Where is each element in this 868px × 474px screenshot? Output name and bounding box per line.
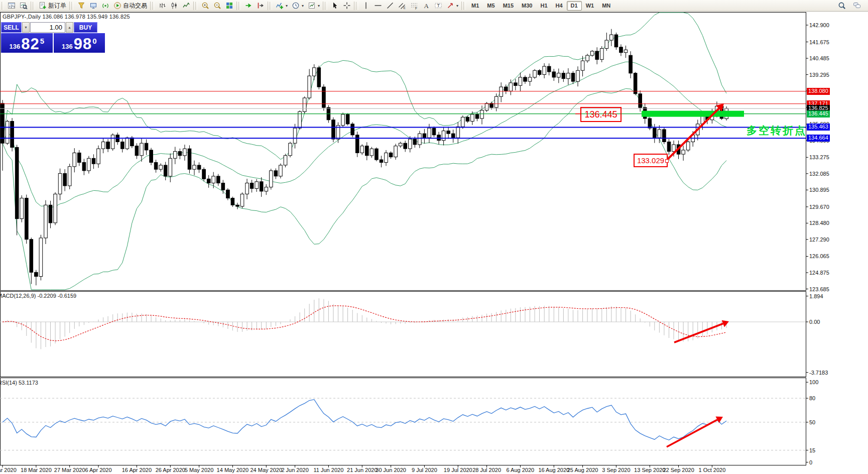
text-tool-icon: A [422,2,430,10]
turning-point-note[interactable]: 多空转折点 [747,124,807,138]
chart-shift-icon [257,2,265,10]
client-terminal-icon [89,2,97,10]
timeframe-h4-button[interactable]: H4 [552,1,567,11]
line-chart-button[interactable] [180,1,192,11]
toolbar-drag-handle [238,2,241,10]
price-line-label-135.463[interactable]: 135.463 [807,124,830,131]
crosshair-button[interactable] [341,1,353,11]
toolbar-drag-handle [195,2,198,10]
buy-price-display[interactable]: 136 98 0 [54,33,105,53]
toolbar-drag-handle [356,2,358,10]
autotrade-icon [113,2,121,10]
zoom-out-button[interactable] [211,1,223,11]
swing-low-text: 133.029 [637,156,664,165]
market-signal-button[interactable] [99,1,111,11]
svg-text:E: E [404,6,406,10]
one-click-trade-panel: SELL ▼ ▲ BUY 136 82 5 136 98 0 [1,22,105,53]
price-line-label-136.445[interactable]: 136.445 [807,110,830,117]
auto-scroll-icon [244,2,253,10]
volume-input[interactable] [30,22,65,33]
timeframe-m30-button[interactable]: M30 [518,1,536,11]
label-tool-button[interactable]: T [432,1,444,11]
templates-button[interactable]: ▾ [306,1,322,11]
search-icon [838,2,846,10]
autotrade-button[interactable]: 自动交易 [111,1,149,11]
volume-spinner-up[interactable]: ▲ [66,22,73,33]
trend-line-button[interactable] [384,1,396,11]
selection-handle[interactable] [665,159,669,163]
vertical-line-button[interactable] [360,1,372,11]
funnel-button[interactable] [75,1,87,11]
timeframe-m15-button[interactable]: M15 [499,1,518,11]
sell-price-display[interactable]: 136 82 5 [1,33,53,53]
bar-chart-button[interactable] [156,1,168,11]
zoom-in-button[interactable] [199,1,211,11]
candle-chart-button[interactable] [168,1,180,11]
tile-windows-button[interactable] [223,1,235,11]
new-order-icon [39,2,47,10]
channel-button[interactable]: E [396,1,408,11]
timeframe-m1-button[interactable]: M1 [467,1,483,11]
buy-price-big: 98 [74,37,92,51]
chart-preview-button[interactable] [18,1,30,11]
chart-shift-button[interactable] [255,1,267,11]
price-line-label-138.080[interactable]: 138.080 [807,88,830,95]
svg-text:A: A [424,2,429,10]
cursor-button[interactable] [329,1,341,11]
chart-window-icon [8,2,16,10]
indicators-button[interactable]: ▾ [274,1,290,11]
indicators-icon [276,2,284,10]
fibonacci-icon: F [410,2,418,10]
mt4-terminal-window: 新订单自动交易▾▾▾EFAT▾M1M5M15M30H1H4D1W1MN GBPJ… [0,0,868,474]
sell-button[interactable]: SELL [1,22,22,33]
toolbar-drag-handle [270,2,272,10]
swing-low-price-label[interactable]: 133.029 [634,154,668,167]
volume-spinner-down[interactable]: ▼ [22,22,30,33]
arrows-tool-button[interactable]: ▾ [444,1,460,11]
macd-indicator-label: MACD(12,26,9) -0.2209 -0.6159 [0,293,76,299]
buy-price-prefix: 136 [62,43,73,50]
timeframe-mn-button[interactable]: MN [598,1,614,11]
tile-windows-icon [225,2,233,10]
dropdown-caret-icon: ▾ [302,4,304,8]
fibonacci-button[interactable]: F [408,1,420,11]
dropdown-caret-icon: ▾ [456,4,458,8]
buy-price-sup: 0 [92,37,96,45]
horizontal-line-button[interactable] [372,1,384,11]
zoom-out-icon [213,2,221,10]
client-terminal-button[interactable] [87,1,99,11]
autotrade-label: 自动交易 [123,2,147,10]
periods-button[interactable]: ▾ [290,1,306,11]
arrows-tool-icon [446,2,454,10]
toolbar-drag-handle [2,2,4,10]
price-line-labels: 138.080137.171136.825136.445135.463134.6… [806,0,868,474]
crosshair-icon [343,2,351,10]
chart-preview-icon [20,2,28,10]
timeframe-m5-button[interactable]: M5 [483,1,499,11]
toolbar-drag-handle [463,2,466,10]
horizontal-line-icon [374,2,382,10]
funnel-icon [77,2,85,10]
auto-scroll-button[interactable] [242,1,255,11]
buy-button[interactable]: BUY [74,22,97,33]
timeframe-d1-button[interactable]: D1 [567,1,582,11]
price-line-label-134.664[interactable]: 134.664 [807,135,830,142]
bar-chart-icon [158,2,166,10]
toolbar-drag-handle [33,2,35,10]
timeframe-w1-button[interactable]: W1 [582,1,598,11]
support-price-label[interactable]: 136.445 [580,107,622,122]
main-toolbar: 新订单自动交易▾▾▾EFAT▾M1M5M15M30H1H4D1W1MN [0,0,868,12]
chart-window-button[interactable] [6,1,18,11]
new-order-button[interactable]: 新订单 [37,1,68,11]
sell-price-big: 82 [21,37,39,51]
search-button[interactable] [836,1,848,11]
chat-button[interactable] [851,1,863,11]
timeframe-h1-button[interactable]: H1 [536,1,551,11]
cursor-icon [331,2,339,10]
sell-price-prefix: 136 [9,43,20,50]
toolbar-drag-handle [71,2,74,10]
sell-price-sup: 5 [40,37,44,45]
text-tool-button[interactable]: A [420,1,432,11]
market-signal-icon [101,2,109,10]
trend-line-icon [386,2,394,10]
